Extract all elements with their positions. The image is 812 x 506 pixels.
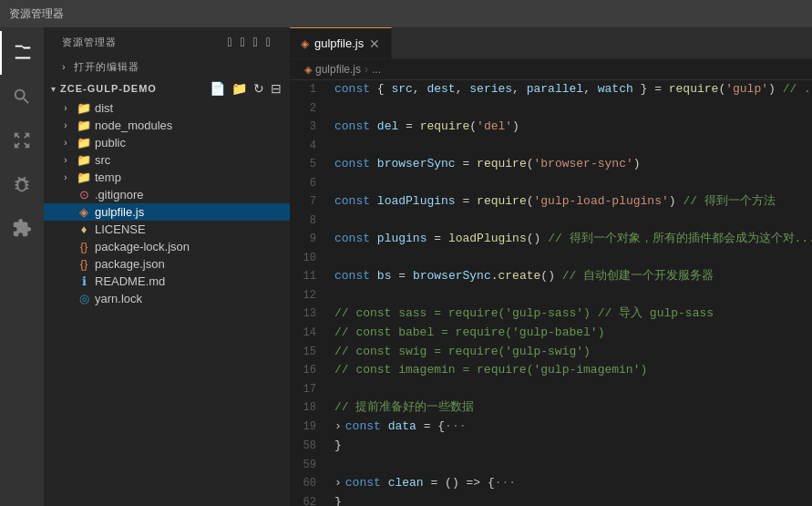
tree-item-temp[interactable]: › 📁 temp (44, 169, 290, 186)
line-number: 10 (290, 249, 331, 267)
code-line-62: 62 } (290, 493, 812, 506)
new-file-icon-project[interactable]: 📄 (210, 81, 226, 96)
tree-item-public[interactable]: › 📁 public (44, 134, 290, 151)
code-content: // 提前准备好的一些数据 (331, 398, 812, 418)
code-line-13: 13 // const sass = require('gulp-sass') … (290, 305, 812, 324)
line-number: 62 (290, 493, 331, 506)
tree-item-gulpfile[interactable]: ◈ gulpfile.js (44, 203, 290, 221)
tab-icon: ◈ (301, 37, 309, 50)
tree-item-src[interactable]: › 📁 src (44, 151, 290, 169)
yarn-icon: ◎ (77, 292, 91, 305)
line-number: 59 (290, 456, 331, 474)
code-content: // const swig = require('gulp-swig') (331, 343, 812, 362)
activity-extensions[interactable] (0, 206, 44, 250)
new-folder-icon-project[interactable]: 📁 (231, 81, 248, 96)
tree-item-package-lock[interactable]: {} package-lock.json (44, 238, 290, 255)
folder-icon: 📁 (77, 170, 91, 184)
tree-item-gitignore[interactable]: ⊙ .gitignore (44, 186, 290, 203)
sidebar-header-icons:     (228, 35, 272, 49)
title-text: 资源管理器 (9, 6, 64, 22)
folder-icon: 📁 (77, 101, 91, 115)
breadcrumb-sep: › (365, 63, 368, 76)
tree-item-label: .gitignore (95, 188, 290, 201)
collapse-all-icon[interactable]: ⊟ (271, 81, 283, 96)
breadcrumb-context: ... (372, 63, 381, 76)
chevron-right-icon: › (58, 138, 73, 148)
chevron-right-icon: › (58, 155, 73, 165)
code-line-7: 7 const loadPlugins = require('gulp-load… (290, 192, 812, 212)
line-number: 14 (290, 324, 331, 342)
collapse-toggle[interactable]: › (334, 476, 342, 490)
sidebar-header: 资源管理器     (44, 27, 290, 57)
collapse-toggle[interactable]: › (334, 419, 342, 433)
code-editor[interactable]: 1 const { src, dest, series, parallel, w… (290, 80, 812, 506)
line-number: 5 (290, 155, 331, 173)
line-number: 7 (290, 192, 331, 211)
code-line-2: 2 (290, 99, 812, 118)
project-header[interactable]: ▾ ZCE-GULP-DEMO 📄 📁 ↻ ⊟ (44, 77, 290, 99)
code-line-3: 3 const del = require('del') (290, 118, 812, 137)
code-line-4: 4 (290, 137, 812, 155)
code-line-12: 12 (290, 286, 812, 305)
activity-debug[interactable] (0, 162, 44, 206)
tree-item-dist[interactable]: › 📁 dist (44, 99, 290, 117)
tree-item-label: package-lock.json (95, 240, 290, 253)
tree-item-label: package.json (95, 257, 290, 271)
open-editors-header[interactable]: › 打开的编辑器 (44, 57, 290, 77)
tree-item-label: src (95, 153, 290, 167)
code-line-15: 15 // const swig = require('gulp-swig') (290, 343, 812, 362)
line-number: 13 (290, 305, 331, 323)
code-line-17: 17 (290, 380, 812, 398)
code-content: } (331, 437, 812, 456)
tree-item-license[interactable]: ♦ LICENSE (44, 221, 290, 238)
editor-tab-gulpfile[interactable]: ◈ gulpfile.js ✕ (290, 27, 392, 58)
code-line-16: 16 // const imagemin = require('gulp-ima… (290, 361, 812, 380)
line-number: 8 (290, 212, 331, 230)
tree-item-label: LICENSE (95, 222, 290, 236)
tree-item-yarn[interactable]: ◎ yarn.lock (44, 290, 290, 307)
code-line-14: 14 // const babel = require('gulp-babel'… (290, 324, 812, 343)
refresh-icon[interactable]:  (253, 35, 259, 49)
tree-item-readme[interactable]: ℹ README.md (44, 273, 290, 290)
tree-item-label: public (95, 136, 290, 150)
code-line-19: 19 ›const data = {··· (290, 418, 812, 437)
code-content: const del = require('del') (331, 118, 812, 137)
tree-item-node-modules[interactable]: › 📁 node_modules (44, 117, 290, 134)
editor-area: ◈ gulpfile.js ✕ ◈ gulpfile.js › ... 1 co… (290, 27, 812, 506)
open-editors-section: › 打开的编辑器 (44, 57, 290, 77)
code-line-6: 6 (290, 174, 812, 192)
tab-bar: ◈ gulpfile.js ✕ (290, 27, 812, 59)
collapse-icon[interactable]:  (266, 35, 272, 49)
refresh-icon-project[interactable]: ↻ (253, 81, 265, 96)
folder-icon: 📁 (77, 136, 91, 150)
new-file-icon[interactable]:  (228, 35, 233, 49)
code-line-10: 10 (290, 249, 812, 267)
breadcrumb-file[interactable]: gulpfile.js (315, 63, 361, 76)
tab-close-button[interactable]: ✕ (369, 36, 380, 51)
code-content: // const imagemin = require('gulp-imagem… (331, 361, 812, 380)
line-number: 12 (290, 286, 331, 305)
project-header-icons: 📄 📁 ↻ ⊟ (210, 81, 283, 96)
chevron-right-icon: › (62, 61, 67, 72)
line-number: 2 (290, 99, 331, 118)
chevron-right-icon: › (58, 172, 73, 182)
activity-git[interactable] (0, 119, 44, 162)
line-number: 18 (290, 398, 331, 417)
code-content: // const sass = require('gulp-sass') // … (331, 305, 812, 324)
code-line-8: 8 (290, 212, 812, 230)
activity-explorer[interactable] (0, 31, 44, 75)
new-folder-icon[interactable]:  (241, 35, 246, 49)
code-content: ›const data = {··· (331, 418, 812, 437)
tree-item-label: node_modules (95, 119, 290, 132)
code-line-18: 18 // 提前准备好的一些数据 (290, 398, 812, 418)
tab-label: gulpfile.js (314, 36, 364, 50)
sidebar-title: 资源管理器 (62, 36, 117, 49)
json-icon: {} (77, 257, 91, 271)
activity-search[interactable] (0, 75, 44, 119)
chevron-right-icon: › (58, 103, 73, 113)
line-number: 58 (290, 437, 331, 455)
explorer-tree: ▾ ZCE-GULP-DEMO 📄 📁 ↻ ⊟ › 📁 dist › 📁 no (44, 77, 290, 506)
code-line-58: 58 } (290, 437, 812, 456)
tree-item-package[interactable]: {} package.json (44, 255, 290, 273)
line-number: 15 (290, 343, 331, 361)
